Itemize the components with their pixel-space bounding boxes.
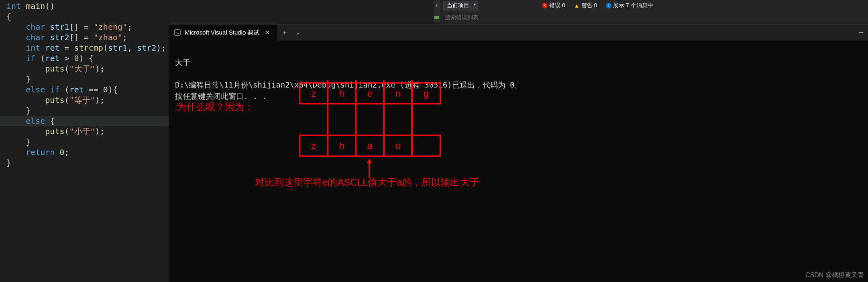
code-token: > [59, 53, 74, 63]
code-token: ret [40, 43, 59, 53]
messages-filter[interactable]: i 展示 7 个消息中 [603, 2, 656, 9]
scrollbar[interactable]: ▴ [434, 0, 440, 22]
tab-dropdown-icon[interactable]: ⌄ [292, 30, 303, 35]
code-line: } [0, 137, 169, 147]
terminal-window: Microsoft Visual Studio 调试 ✕ + ⌄ — 大于 D:… [169, 24, 868, 282]
warnings-filter[interactable]: ▲ 警告 0 [571, 2, 601, 9]
messages-count: 展示 7 个消息中 [613, 2, 653, 9]
code-token: puts [6, 127, 65, 136]
code-token: if [6, 53, 35, 63]
code-token: strcmp [74, 43, 103, 53]
minimize-icon[interactable]: — [859, 28, 863, 36]
code-token: ; [127, 22, 132, 32]
close-icon[interactable]: ✕ [263, 29, 271, 36]
code-token: "zhao" [94, 33, 122, 42]
code-token: = [59, 43, 74, 53]
terminal-tab[interactable]: Microsoft Visual Studio 调试 ✕ [169, 25, 277, 41]
code-token: 0 [103, 85, 108, 94]
watermark: CSDN @橘橙黄又青 [805, 271, 864, 280]
scroll-up-icon[interactable]: ▴ [435, 2, 439, 6]
code-token: ; [122, 33, 127, 42]
code-token: str1 [108, 43, 127, 53]
code-token: char [6, 33, 45, 42]
code-token: else [6, 116, 45, 126]
terminal-output[interactable]: 大于 D:\编程日常\11月份\shijian2\x64\Debug\shiji… [169, 41, 868, 118]
code-token [55, 147, 59, 157]
code-token: ( [59, 85, 69, 94]
info-icon: i [606, 3, 611, 8]
code-token: ); [95, 64, 105, 74]
warnings-count: 警告 0 [581, 2, 597, 9]
code-token: ; [65, 147, 69, 157]
code-token: [] = [69, 22, 94, 32]
error-search-row [440, 11, 868, 23]
code-token: 0 [74, 53, 79, 63]
error-search-input[interactable] [443, 12, 524, 22]
code-token: ( [35, 53, 45, 63]
error-list-panel: 当前项目 ✕ 错误 0 ▲ 警告 0 i 展示 7 个消息中 [440, 0, 868, 24]
code-token: str1 [45, 22, 69, 32]
code-token: ); [156, 43, 166, 53]
code-token: == [84, 85, 103, 94]
error-icon: ✕ [542, 3, 548, 8]
code-token: int [6, 43, 40, 53]
code-token: ( [65, 64, 69, 74]
code-token: ); [95, 95, 105, 105]
scope-dropdown[interactable]: 当前项目 [443, 1, 478, 10]
errors-count: 错误 0 [549, 2, 565, 9]
warning-icon: ▲ [574, 2, 580, 9]
code-token: ); [95, 127, 105, 136]
code-line: } [0, 74, 169, 84]
code-token: ret [69, 85, 84, 94]
errors-filter[interactable]: ✕ 错误 0 [539, 2, 568, 9]
code-token: ( [65, 127, 69, 136]
output-line: 按任意键关闭此窗口. . . [175, 92, 267, 100]
code-token: ret [45, 53, 59, 63]
code-token: "小于" [69, 127, 95, 136]
terminal-tab-title: Microsoft Visual Studio 调试 [185, 29, 259, 37]
code-token: , [127, 43, 137, 53]
svg-rect-0 [175, 30, 180, 35]
code-token: 0 [59, 147, 64, 157]
code-token: char [6, 22, 45, 32]
code-token: ( [103, 43, 108, 53]
output-line: 大于 [175, 58, 190, 67]
terminal-app-icon [174, 29, 181, 36]
code-token: return [6, 147, 55, 157]
code-token: int [6, 1, 21, 11]
code-editor[interactable]: int main() { char str1[] = "zheng"; char… [0, 0, 169, 282]
error-list-toolbar: 当前项目 ✕ 错误 0 ▲ 警告 0 i 展示 7 个消息中 [440, 0, 868, 11]
code-token: ) { [79, 53, 94, 63]
code-token: puts [6, 64, 65, 74]
code-token: puts [6, 95, 65, 105]
code-line: } [0, 105, 169, 116]
code-token: str2 [137, 43, 156, 53]
code-token: str2 [45, 33, 69, 42]
code-token: { [45, 116, 55, 126]
code-token: [] = [69, 33, 94, 42]
minimap-marker [434, 16, 439, 19]
code-token: ( [65, 95, 69, 105]
code-token: () [45, 1, 55, 11]
code-line: { [0, 11, 169, 22]
code-token: else if [6, 85, 59, 94]
terminal-tabbar: Microsoft Visual Studio 调试 ✕ + ⌄ — [169, 25, 868, 41]
new-tab-button[interactable]: + [277, 29, 292, 37]
code-token: main [21, 1, 45, 11]
code-line: } [0, 157, 169, 168]
code-token: ){ [108, 85, 118, 94]
code-token: "等于" [69, 95, 95, 105]
code-token: "zheng" [94, 22, 127, 32]
code-token: "大于" [69, 64, 95, 74]
output-line: D:\编程日常\11月份\shijian2\x64\Debug\shijian2… [175, 80, 522, 89]
